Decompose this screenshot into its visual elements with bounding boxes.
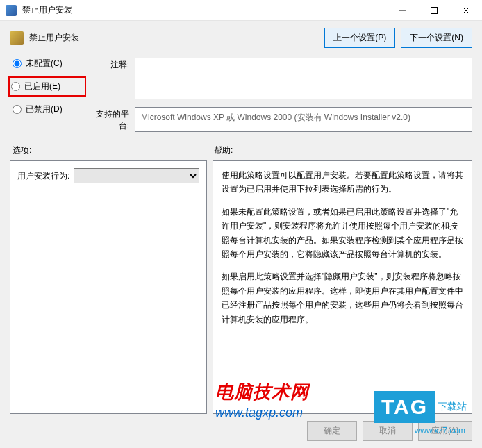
ok-button[interactable]: 确定 <box>307 421 357 441</box>
config-row: 未配置(C) 已启用(E) 已禁用(D) 注释: 支持的平台: Microsof… <box>10 58 472 132</box>
lower-panels: 用户安装行为: 使用此策略设置可以配置用户安装。若要配置此策略设置，请将其设置为… <box>10 160 472 414</box>
help-paragraph-3: 如果启用此策略设置并选择"隐藏用户安装"，则安装程序将忽略按照每个用户安装的应用… <box>222 269 463 326</box>
help-heading: 帮助: <box>211 144 472 156</box>
dialog-buttons: 确定 取消 应用(A) <box>10 414 472 441</box>
svg-rect-1 <box>431 7 438 13</box>
radio-disabled-label: 已禁用(D) <box>26 103 63 115</box>
content-area: 禁止用户安装 上一个设置(P) 下一个设置(N) 未配置(C) 已启用(E) 已… <box>0 21 482 448</box>
radio-enabled[interactable]: 已启用(E) <box>8 76 86 97</box>
comment-textarea[interactable] <box>135 58 472 99</box>
radio-not-configured[interactable]: 未配置(C) <box>13 58 86 69</box>
help-panel: 使用此策略设置可以配置用户安装。若要配置此策略设置，请将其设置为已启用并使用下拉… <box>213 160 472 414</box>
apply-button[interactable]: 应用(A) <box>418 421 472 441</box>
behavior-select[interactable] <box>74 168 199 183</box>
platform-label: 支持的平台: <box>86 107 135 132</box>
options-heading: 选项: <box>10 144 211 156</box>
radio-not-configured-input[interactable] <box>13 59 22 68</box>
radio-enabled-input[interactable] <box>11 82 20 91</box>
policy-title: 禁止用户安装 <box>29 32 324 44</box>
cancel-button[interactable]: 取消 <box>363 421 413 441</box>
radio-column: 未配置(C) 已启用(E) 已禁用(D) <box>10 58 86 122</box>
close-button[interactable] <box>450 0 482 21</box>
prev-setting-button[interactable]: 上一个设置(P) <box>324 28 395 48</box>
titlebar: 禁止用户安装 <box>0 0 482 21</box>
radio-disabled-input[interactable] <box>13 105 22 114</box>
minimize-button[interactable] <box>386 0 418 21</box>
header-row: 禁止用户安装 上一个设置(P) 下一个设置(N) <box>10 28 472 48</box>
window-title: 禁止用户安装 <box>22 4 386 16</box>
help-paragraph-1: 使用此策略设置可以配置用户安装。若要配置此策略设置，请将其设置为已启用并使用下拉… <box>222 168 463 197</box>
app-icon <box>6 5 17 16</box>
maximize-button[interactable] <box>418 0 450 21</box>
section-labels: 选项: 帮助: <box>10 144 472 156</box>
comment-label: 注释: <box>86 58 135 71</box>
radio-disabled[interactable]: 已禁用(D) <box>13 103 86 115</box>
options-panel: 用户安装行为: <box>10 160 207 414</box>
radio-not-configured-label: 未配置(C) <box>26 58 63 69</box>
help-paragraph-2: 如果未配置此策略设置，或者如果已启用此策略设置并选择了"允许用户安装"，则安装程… <box>222 205 463 262</box>
window-controls <box>386 0 482 21</box>
next-setting-button[interactable]: 下一个设置(N) <box>401 28 472 48</box>
behavior-label: 用户安装行为: <box>17 170 69 182</box>
platform-text: Microsoft Windows XP 或 Windows 2000 (安装有… <box>135 107 472 132</box>
radio-enabled-label: 已启用(E) <box>24 81 60 92</box>
policy-icon <box>10 31 24 45</box>
